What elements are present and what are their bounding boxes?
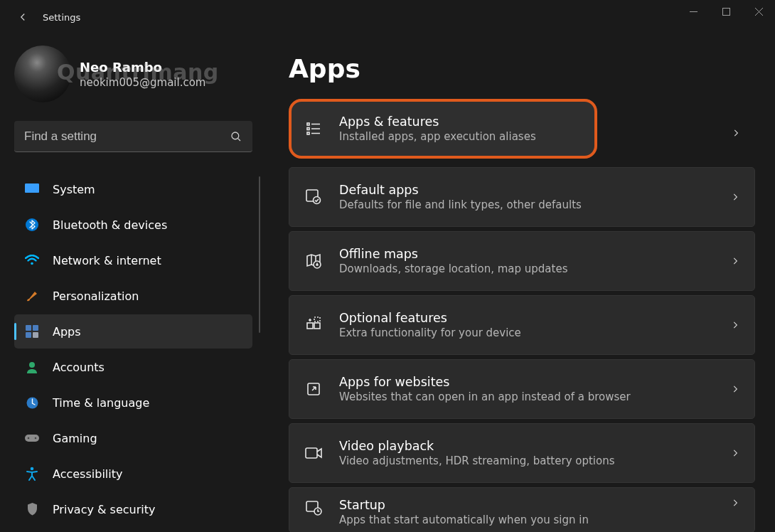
sidebar-item-privacy[interactable]: Privacy & security — [14, 492, 252, 526]
titlebar: Settings — [0, 0, 775, 34]
svg-rect-10 — [33, 332, 38, 338]
chevron-right-icon — [730, 192, 740, 202]
card-subtitle: Extra functionality for your device — [339, 326, 715, 339]
list-icon — [304, 119, 324, 139]
sidebar-item-label: Accounts — [53, 361, 105, 374]
chevron-right-icon — [730, 256, 740, 266]
svg-rect-27 — [306, 448, 317, 458]
svg-rect-8 — [33, 325, 38, 331]
window-title: Settings — [43, 12, 80, 23]
sidebar-item-label: Bluetooth & devices — [53, 218, 167, 232]
svg-rect-18 — [307, 128, 309, 130]
card-subtitle: Video adjustments, HDR streaming, batter… — [339, 454, 715, 467]
sidebar-item-gaming[interactable]: Gaming — [14, 421, 252, 455]
minimize-button[interactable] — [677, 0, 710, 23]
card-apps-features[interactable]: Apps & features Installed apps, app exec… — [289, 99, 597, 159]
maximize-icon — [722, 8, 730, 16]
sidebar-item-personalization[interactable]: Personalization — [14, 279, 252, 313]
card-title: Default apps — [339, 183, 715, 197]
chevron-right-icon — [731, 128, 741, 138]
svg-rect-23 — [307, 323, 313, 329]
sidebar-item-label: Privacy & security — [53, 503, 155, 516]
card-title: Video playback — [339, 439, 715, 453]
card-startup[interactable]: Startup Apps that start automatically wh… — [289, 487, 755, 532]
profile-name: Neo Rambo — [80, 60, 205, 75]
sidebar: Neo Rambo neokim005@gmail.com Quantriman… — [0, 34, 270, 532]
card-subtitle: Downloads, storage location, map updates — [339, 262, 715, 275]
monitor-icon — [24, 181, 40, 197]
chevron-right-icon — [730, 384, 740, 394]
chevron-right-icon — [730, 320, 740, 330]
svg-point-6 — [31, 262, 33, 265]
sidebar-item-label: Apps — [53, 325, 81, 339]
card-title: Apps & features — [339, 115, 582, 129]
clock-globe-icon — [24, 395, 40, 410]
card-title: Apps for websites — [339, 375, 715, 389]
search-icon — [230, 130, 242, 143]
sidebar-item-label: Time & language — [53, 396, 149, 410]
sidebar-item-system[interactable]: System — [14, 172, 252, 206]
card-offline-maps[interactable]: Offline maps Downloads, storage location… — [289, 231, 755, 291]
startup-icon — [304, 498, 324, 518]
video-icon — [304, 443, 324, 463]
sidebar-item-label: Accessibility — [53, 467, 122, 481]
card-subtitle: Defaults for file and link types, other … — [339, 198, 715, 211]
svg-rect-25 — [314, 317, 320, 321]
close-button[interactable] — [742, 0, 775, 23]
wifi-icon — [24, 252, 40, 268]
window-controls — [677, 0, 775, 23]
accessibility-icon — [24, 466, 40, 482]
sidebar-item-label: Network & internet — [53, 254, 161, 267]
card-title: Offline maps — [339, 247, 715, 261]
search-container — [14, 121, 252, 152]
card-title: Optional features — [339, 311, 715, 325]
optional-features-icon — [304, 315, 324, 335]
page-title: Apps — [289, 54, 755, 83]
svg-rect-4 — [25, 183, 39, 193]
card-apps-for-websites[interactable]: Apps for websites Websites that can open… — [289, 359, 755, 419]
svg-point-2 — [232, 132, 239, 139]
apps-icon — [24, 324, 40, 339]
person-icon — [24, 359, 40, 375]
svg-rect-17 — [307, 123, 309, 125]
svg-rect-24 — [314, 323, 320, 329]
minimize-icon — [690, 8, 698, 16]
search-input[interactable] — [14, 121, 252, 152]
close-icon — [755, 8, 763, 16]
svg-rect-19 — [307, 132, 309, 134]
card-optional-features[interactable]: Optional features Extra functionality fo… — [289, 295, 755, 355]
sidebar-item-accessibility[interactable]: Accessibility — [14, 457, 252, 491]
svg-point-16 — [31, 467, 34, 471]
map-download-icon — [304, 251, 324, 271]
svg-point-14 — [28, 437, 30, 440]
card-title: Startup — [339, 498, 715, 512]
card-subtitle: Apps that start automatically when you s… — [339, 514, 715, 526]
sidebar-item-network[interactable]: Network & internet — [14, 243, 252, 277]
sidebar-item-bluetooth[interactable]: Bluetooth & devices — [14, 208, 252, 242]
sidebar-item-time-language[interactable]: Time & language — [14, 385, 252, 420]
svg-rect-9 — [26, 332, 31, 338]
card-default-apps[interactable]: Default apps Defaults for file and link … — [289, 167, 755, 227]
svg-point-15 — [35, 437, 37, 440]
back-button[interactable] — [9, 3, 37, 31]
profile-email: neokim005@gmail.com — [80, 76, 205, 89]
chevron-right-icon — [730, 448, 740, 458]
sidebar-item-label: System — [53, 183, 95, 196]
card-subtitle: Websites that can open in an app instead… — [339, 390, 715, 403]
svg-rect-1 — [722, 8, 729, 15]
main-content: Apps Apps & features Installed apps, app… — [270, 34, 775, 532]
default-apps-icon — [304, 187, 324, 207]
bluetooth-icon — [24, 217, 40, 233]
arrow-left-icon — [16, 11, 29, 23]
account-profile[interactable]: Neo Rambo neokim005@gmail.com Quantriman… — [14, 46, 256, 102]
svg-rect-7 — [26, 325, 31, 331]
settings-cards: Apps & features Installed apps, app exec… — [289, 99, 755, 532]
paintbrush-icon — [24, 288, 40, 304]
card-video-playback[interactable]: Video playback Video adjustments, HDR st… — [289, 423, 755, 483]
open-external-icon — [304, 379, 324, 399]
svg-rect-13 — [25, 435, 39, 442]
sidebar-item-accounts[interactable]: Accounts — [14, 350, 252, 384]
sidebar-nav: System Bluetooth & devices Network & int… — [14, 172, 256, 526]
sidebar-item-apps[interactable]: Apps — [14, 314, 252, 349]
maximize-button[interactable] — [710, 0, 742, 23]
